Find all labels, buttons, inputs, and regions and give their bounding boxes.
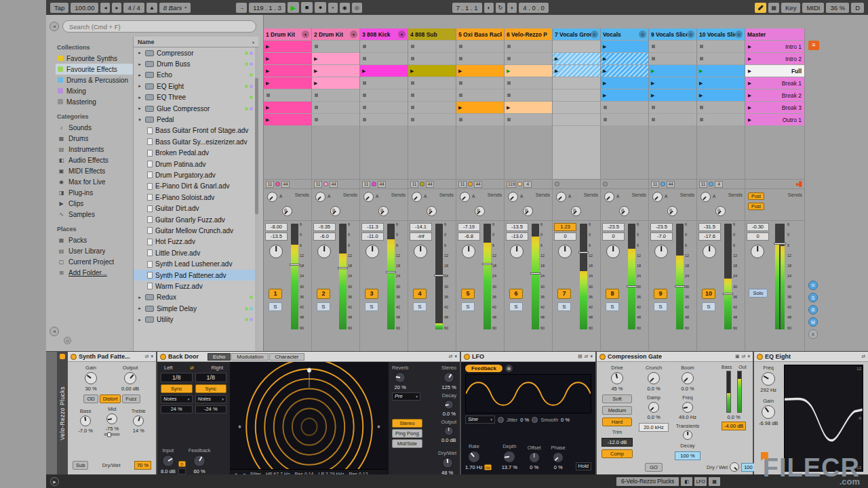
peak-level-display[interactable]: -0.30 — [747, 223, 769, 231]
sidebar-item-add-folder[interactable]: ⊞Add Folder... — [56, 267, 133, 278]
computer-midi-keyboard-button[interactable]: ▦ — [768, 3, 779, 13]
fader-handle[interactable] — [530, 272, 540, 274]
clip-slot[interactable]: ▶ — [360, 65, 408, 77]
track-header-icon[interactable]: ▾ — [350, 30, 357, 38]
tap-tempo-button[interactable]: Tap — [50, 3, 68, 13]
left-sync-button[interactable]: Sync — [161, 384, 193, 393]
sidebar-item-drums-percussion[interactable]: Drums & Percussion — [56, 75, 133, 85]
preset-item[interactable]: Synth Pad Fattener.adv — [134, 270, 258, 281]
clip-slot[interactable] — [697, 114, 745, 125]
fader-handle[interactable] — [290, 264, 300, 266]
scene-slot[interactable]: ▶Break 3 — [745, 102, 804, 113]
track-activator-button[interactable]: 2 — [317, 289, 330, 299]
clip-slot[interactable] — [456, 41, 504, 52]
transients-knob[interactable] — [683, 430, 692, 440]
solo-button[interactable]: S — [317, 302, 330, 311]
clip-slot[interactable] — [360, 102, 408, 113]
preset-item[interactable]: Bass Guitar Front of Stage.adv — [134, 125, 258, 136]
stop-all-clips-button[interactable]: ≡ — [808, 41, 819, 50]
clip-slot[interactable]: ▶ — [649, 65, 696, 77]
loop-button[interactable]: ↻ — [496, 3, 506, 13]
clip-slot[interactable] — [456, 89, 504, 101]
returns-toggle[interactable]: R — [808, 305, 818, 314]
feedback-knob[interactable] — [193, 455, 205, 467]
device-item[interactable]: ▸Compressor — [134, 47, 258, 58]
clip-slot[interactable] — [408, 77, 456, 89]
stereo-knob[interactable] — [443, 372, 454, 383]
fader-handle[interactable] — [338, 267, 348, 269]
clip-slot[interactable]: ▶ — [264, 114, 311, 125]
right-offset-display[interactable]: -24 % — [195, 405, 227, 413]
clip-slot[interactable] — [312, 102, 359, 113]
medium-button[interactable]: Medium — [602, 406, 632, 415]
track-header[interactable]: 7 Vocals Group⊙ — [553, 28, 600, 40]
fold-icon[interactable]: ▸ — [137, 317, 142, 323]
volume-display[interactable]: -17.6 — [698, 232, 721, 241]
track-activator-button[interactable]: 5 — [461, 289, 475, 299]
play-button[interactable]: ▶ — [288, 2, 299, 13]
peak-level-display[interactable]: -13.5 — [506, 223, 528, 231]
solo-button[interactable]: S — [557, 302, 571, 311]
send-a-knob[interactable] — [508, 192, 518, 202]
send-a-knob[interactable] — [412, 192, 422, 202]
level-meter[interactable] — [628, 224, 635, 329]
hot-swap-icon[interactable]: ⇄ — [861, 354, 865, 359]
session-record-button[interactable]: ◉ — [340, 3, 350, 13]
hot-swap-icon[interactable]: ⇄ — [449, 354, 453, 359]
rate-knob[interactable] — [468, 451, 480, 463]
clip-slot[interactable] — [360, 41, 408, 52]
mode-distort-button[interactable]: Distort — [100, 394, 121, 403]
boom-knob[interactable] — [682, 372, 694, 384]
clip-slot[interactable]: ▶ — [312, 77, 359, 89]
selected-track-chip[interactable]: 6-Velo-Rezzo Plucks — [616, 477, 679, 486]
crossfader-toggle[interactable]: X — [808, 329, 818, 339]
preset-item[interactable]: Guitar Gnarly Fuzz.adv — [134, 214, 258, 225]
freq-knob[interactable] — [682, 402, 693, 413]
map-icon[interactable]: ▤ — [578, 354, 583, 359]
fold-icon[interactable]: ▸ — [137, 62, 142, 67]
offset-knob[interactable] — [529, 452, 540, 463]
send-a-knob[interactable] — [701, 192, 711, 202]
macro-icon[interactable]: ▣ — [735, 354, 740, 359]
left-division-display[interactable]: 1/8 — [161, 373, 193, 382]
slider-handle[interactable] — [107, 432, 111, 437]
right-sync-button[interactable]: Sync — [195, 384, 227, 393]
track-header[interactable]: 6 Velo-Rezzo P — [505, 28, 552, 40]
damp-knob[interactable] — [648, 402, 659, 413]
clip-slot[interactable]: ▶ — [601, 77, 648, 89]
mode-fuzz-button[interactable]: Fuzz — [122, 394, 140, 403]
level-meter[interactable] — [339, 224, 347, 329]
scene-slot[interactable]: ▶Intro 2 — [745, 53, 804, 64]
peak-level-display[interactable]: -14.1 — [410, 223, 432, 231]
gain-knob[interactable] — [85, 372, 97, 384]
sidebar-item-favourite-effects[interactable]: Favourite Effects — [56, 64, 133, 75]
clip-slot[interactable]: ▶ — [505, 65, 552, 77]
fold-icon[interactable]: ▾ — [137, 117, 142, 123]
clip-slot[interactable] — [408, 102, 456, 113]
preset-item[interactable]: Broken Pedal.adv — [134, 148, 258, 159]
track-header[interactable]: 2 Drum Kit▾ — [312, 28, 359, 40]
solo-button[interactable]: S — [654, 302, 667, 311]
level-meter[interactable] — [291, 224, 298, 329]
fold-icon[interactable]: ▸ — [137, 106, 142, 111]
info-icon[interactable]: ⊙ — [64, 337, 71, 344]
tab-modulation[interactable]: Modulation — [231, 353, 269, 361]
volume-display[interactable]: -13.5 — [265, 232, 288, 241]
preset-item[interactable]: Guitar Dirt.adv — [134, 203, 258, 214]
sidebar-item-audio-effects[interactable]: ◧Audio Effects — [56, 155, 133, 165]
peak-level-display[interactable]: -9.35 — [313, 223, 336, 231]
clip-slot[interactable]: ▶ — [601, 53, 648, 64]
channel-mid-side-button[interactable]: Mid/Side — [392, 439, 422, 448]
clip-slot[interactable]: ▶ — [264, 65, 311, 77]
master-track-header[interactable]: Master — [745, 28, 804, 40]
volume-display[interactable]: -13.0 — [506, 232, 528, 241]
track-activator-button[interactable]: 8 — [606, 289, 619, 299]
solo-button[interactable]: S — [413, 302, 427, 311]
sidebar-item-favourite-synths[interactable]: Favourite Synths — [56, 53, 133, 64]
punch-out-button[interactable]: ◗ — [507, 3, 517, 13]
echo-tunnel-display[interactable]: ▶ ■ Filter HP 67.7 Hz Res 0.14 LP 2.79 k… — [231, 362, 388, 474]
clip-slot[interactable]: ▶ — [264, 41, 311, 52]
track-header-icon[interactable]: ⊙ — [687, 30, 694, 38]
capture-midi-button[interactable]: ◎ — [352, 3, 362, 13]
fader-handle[interactable] — [434, 274, 444, 277]
